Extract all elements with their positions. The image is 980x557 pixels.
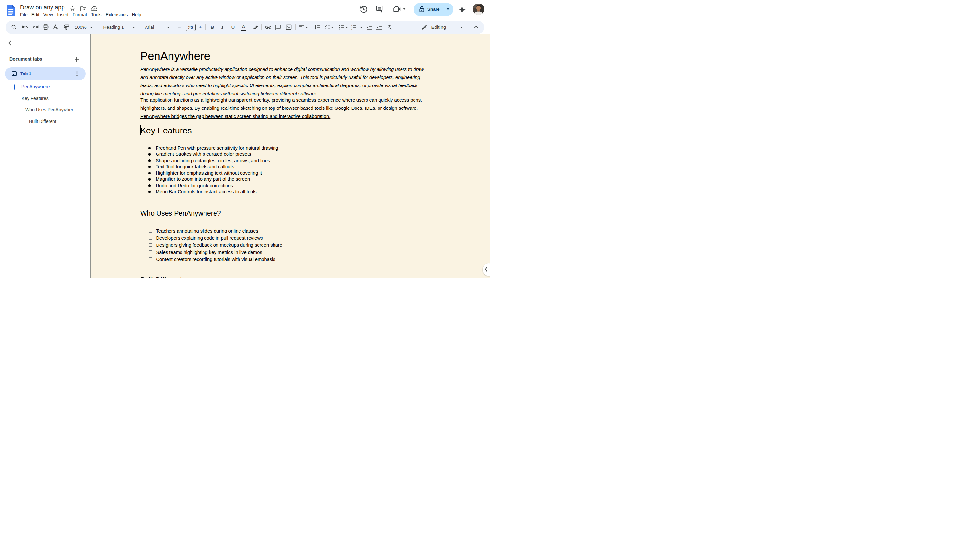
svg-text:3: 3: [351, 28, 352, 31]
